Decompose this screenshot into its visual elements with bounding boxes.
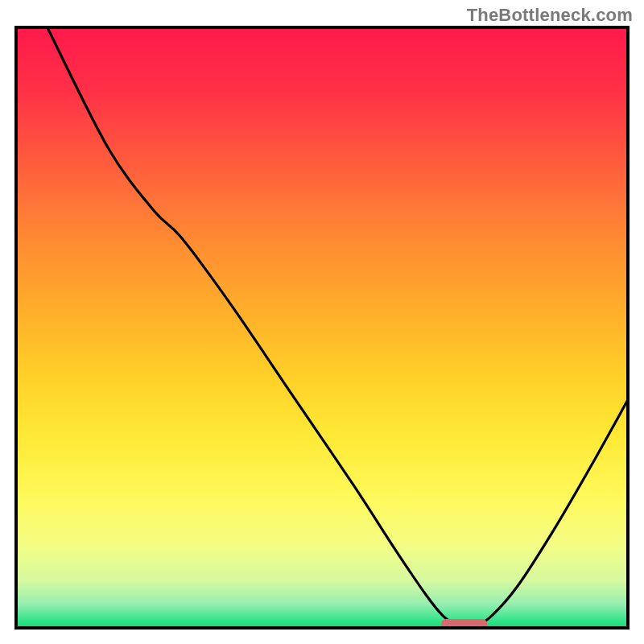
plot-area [16,27,628,630]
chart-stage: TheBottleneck.com [0,0,644,644]
watermark-text: TheBottleneck.com [467,5,633,26]
bottleneck-chart [0,0,644,644]
gradient-background [16,27,628,628]
